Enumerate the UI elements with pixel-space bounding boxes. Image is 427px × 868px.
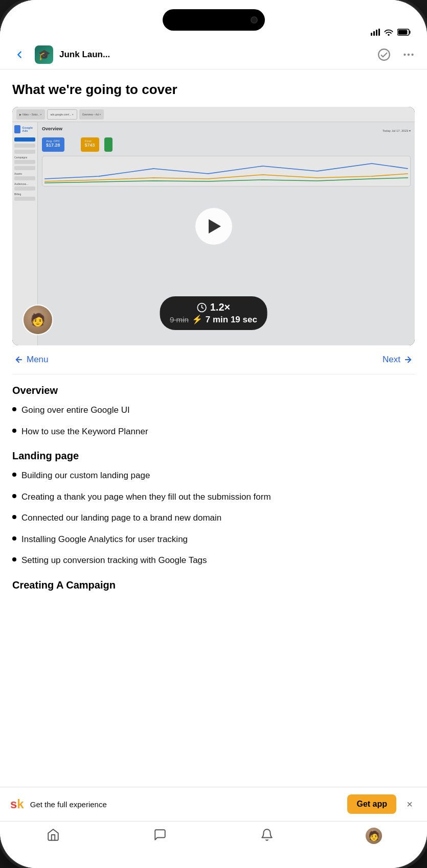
checkmark-button[interactable] — [376, 46, 392, 63]
next-link[interactable]: Next — [383, 355, 413, 365]
svg-rect-2 — [376, 30, 377, 36]
play-button[interactable] — [195, 208, 232, 245]
bullet-dot — [12, 473, 16, 477]
svg-rect-3 — [378, 29, 380, 36]
list-item: Creating a thank you page when they fill… — [12, 490, 415, 504]
section-landing-page: Landing page Building our custom landing… — [12, 450, 415, 567]
more-button[interactable] — [400, 46, 417, 63]
section-campaign: Creating A Campaign — [12, 579, 415, 591]
list-item: Installing Google Analytics for user tra… — [12, 533, 415, 546]
svg-rect-0 — [371, 33, 372, 36]
svg-point-9 — [408, 53, 410, 55]
camera-dot — [251, 16, 258, 24]
bullet-dot — [12, 429, 16, 433]
landing-item-2: Creating a thank you page when they fill… — [21, 490, 271, 504]
nav-actions — [376, 46, 417, 63]
page-title: What we're going to cover — [12, 82, 415, 98]
tab-chat[interactable] — [107, 828, 214, 842]
original-time: 9 min — [170, 315, 189, 324]
svg-point-7 — [378, 49, 390, 60]
svg-rect-6 — [398, 30, 408, 35]
menu-link[interactable]: Menu — [14, 355, 49, 365]
bullet-dot — [12, 536, 16, 541]
content-area[interactable]: What we're going to cover ▶ Video – Solu… — [0, 69, 427, 787]
svg-point-8 — [403, 53, 406, 55]
get-app-button[interactable]: Get app — [347, 794, 396, 814]
list-item: Connected our landing page to a brand ne… — [12, 511, 415, 525]
section-title-landing: Landing page — [12, 450, 415, 462]
video-speed-overlay: 1.2× 9 min ⚡ 7 min 19 sec — [160, 296, 267, 330]
svg-rect-1 — [373, 31, 375, 36]
list-item: How to use the Keyword Planner — [12, 425, 415, 438]
profile-avatar: 🧑 — [366, 828, 382, 844]
bullet-dot — [12, 407, 16, 411]
list-item: Setting up conversion tracking with Goog… — [12, 554, 415, 567]
signal-icon — [371, 29, 380, 36]
phone-frame: 🎓 Junk Laun... What we — [0, 0, 427, 868]
skillshare-logo: sk — [10, 797, 24, 811]
back-button[interactable] — [10, 45, 29, 64]
app-promo-banner: sk Get the full experience Get app × — [0, 787, 427, 821]
section-title-overview: Overview — [12, 385, 415, 396]
landing-item-3: Connected our landing page to a brand ne… — [21, 511, 221, 525]
wifi-icon — [384, 29, 393, 36]
section-title-campaign: Creating A Campaign — [12, 579, 415, 591]
overview-item-1: Going over entire Google UI — [21, 404, 130, 417]
chat-icon — [153, 828, 167, 842]
nav-bar: 🎓 Junk Laun... — [0, 40, 427, 69]
fast-time: 7 min 19 sec — [206, 315, 257, 325]
landing-item-4: Installing Google Analytics for user tra… — [21, 533, 188, 546]
app-icon: 🎓 — [35, 45, 53, 64]
speed-value: 1.2× — [210, 301, 230, 313]
tab-bar: 🧑 — [0, 821, 427, 868]
landing-list: Building our custom landing page Creatin… — [12, 469, 415, 567]
bullet-dot — [12, 557, 16, 561]
home-icon — [46, 828, 60, 842]
section-overview: Overview Going over entire Google UI How… — [12, 385, 415, 438]
battery-icon — [397, 29, 411, 36]
dynamic-island — [163, 9, 265, 31]
bell-icon — [260, 828, 274, 842]
landing-item-1: Building our custom landing page — [21, 469, 150, 482]
nav-title: Junk Laun... — [59, 50, 370, 60]
banner-close-button[interactable]: × — [402, 797, 417, 811]
menu-label: Menu — [27, 355, 49, 365]
bullet-dot — [12, 515, 16, 519]
overview-list: Going over entire Google UI How to use t… — [12, 404, 415, 438]
lightning-icon: ⚡ — [192, 314, 203, 325]
tab-home[interactable] — [0, 828, 107, 842]
tab-profile[interactable]: 🧑 — [320, 828, 427, 844]
bullet-dot — [12, 494, 16, 498]
landing-item-5: Setting up conversion tracking with Goog… — [21, 554, 207, 567]
list-item: Building our custom landing page — [12, 469, 415, 482]
banner-text: Get the full experience — [30, 800, 342, 809]
speed-icon — [197, 302, 207, 313]
video-player[interactable]: ▶ Video – Solut... × ads.google.com/... … — [12, 107, 415, 345]
svg-rect-5 — [410, 31, 411, 34]
overview-item-2: How to use the Keyword Planner — [21, 425, 148, 438]
list-item: Going over entire Google UI — [12, 404, 415, 417]
svg-point-10 — [411, 53, 413, 55]
status-icons — [371, 29, 411, 36]
phone-screen: 🎓 Junk Laun... What we — [0, 0, 427, 868]
tab-notifications[interactable] — [214, 828, 321, 842]
next-label: Next — [383, 355, 400, 365]
lesson-nav: Menu Next — [12, 345, 415, 374]
